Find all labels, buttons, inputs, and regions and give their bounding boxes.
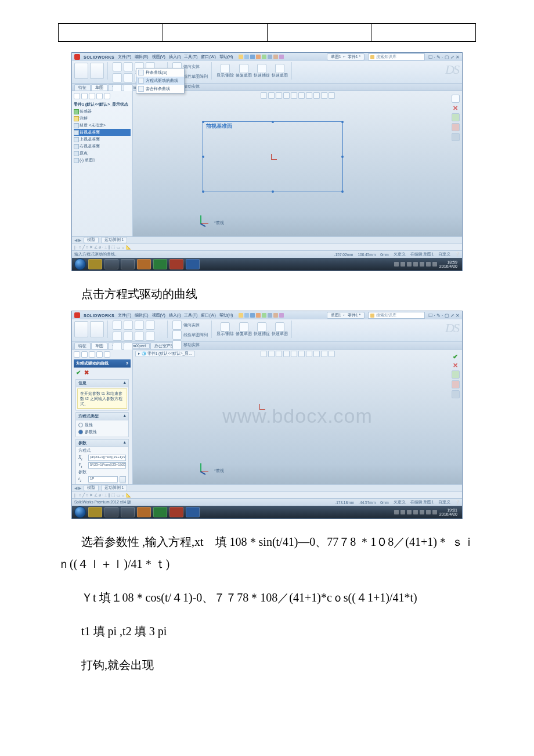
menu-edit[interactable]: 编辑(E)	[135, 312, 148, 318]
taskbar-app-icon[interactable]	[88, 259, 102, 269]
menu-bar[interactable]: 文件(F) 编辑(E) 视图(V) 插入(I) 工具(T) 窗口(W) 帮助(H…	[118, 312, 233, 318]
display-style-icon[interactable]	[298, 92, 305, 99]
quick-sketch-icon[interactable]	[275, 322, 284, 332]
save-icon[interactable]	[250, 55, 255, 59]
menu-window[interactable]: 窗口(W)	[201, 312, 215, 318]
document-tab[interactable]: 草图1 ← 零件1 *	[327, 53, 365, 60]
tab-motion-study[interactable]: 运动算例 1	[101, 485, 127, 491]
spinner-icon[interactable]	[120, 484, 126, 484]
collapse-icon[interactable]: ▴	[124, 440, 126, 446]
window-controls[interactable]: ☐ · ✎ · ▢ ⤢ ✕	[428, 313, 460, 318]
tab-model[interactable]: 模型	[84, 485, 99, 491]
exit-sketch-icon[interactable]: ✕	[452, 105, 459, 111]
dimxpert-mgr-icon[interactable]	[96, 351, 103, 358]
taskbar-word-icon[interactable]	[186, 507, 200, 517]
system-tray[interactable]	[394, 510, 437, 514]
redo-icon[interactable]	[268, 55, 272, 59]
redo-icon[interactable]	[268, 313, 272, 318]
pm-help-button[interactable]: ?	[126, 362, 128, 366]
handle-icon[interactable]	[272, 121, 274, 123]
menu-insert[interactable]: 插入(I)	[169, 312, 181, 318]
handle-icon[interactable]	[341, 121, 344, 123]
tree-item-annotations[interactable]: 注解	[74, 115, 131, 122]
appearance-icon[interactable]	[452, 370, 460, 379]
tree-item-origin[interactable]: 原点	[74, 150, 131, 157]
scene-icon[interactable]	[452, 380, 460, 388]
property-mgr-icon[interactable]	[81, 351, 88, 358]
collapse-icon[interactable]: ▴	[124, 413, 126, 419]
taskbar-app-icon[interactable]	[153, 507, 167, 517]
menu-file[interactable]: 文件(F)	[118, 312, 131, 318]
taskbar-app-icon[interactable]	[121, 259, 135, 269]
move-entities-icon[interactable]	[172, 340, 182, 350]
tray-icon[interactable]	[420, 510, 424, 514]
view-orient-icon[interactable]	[291, 92, 297, 99]
heads-up-toolbar[interactable]	[261, 351, 335, 357]
arc-tool-icon[interactable]	[135, 321, 144, 330]
tree-item-material[interactable]: 材质 <未指定>	[74, 122, 131, 129]
tree-item-front-plane[interactable]: 前视基准面	[74, 129, 131, 136]
start-button-icon[interactable]	[74, 258, 86, 270]
sketch-confirm-icon[interactable]	[452, 95, 460, 103]
help-icon[interactable]: ❔	[455, 500, 460, 505]
tree-item-right-plane[interactable]: 右视基准面	[74, 143, 131, 150]
menu-tools[interactable]: 工具(T)	[184, 312, 197, 318]
options-icon[interactable]	[279, 313, 284, 318]
handle-icon[interactable]	[341, 156, 344, 158]
menu-bar[interactable]: 文件(F) 编辑(E) 视图(V) 插入(I) 工具(T) 窗口(W) 帮助(H…	[118, 54, 233, 60]
view-orient-icon[interactable]	[291, 351, 297, 357]
tray-icon[interactable]	[413, 262, 418, 267]
menu-view[interactable]: 视图(V)	[152, 54, 165, 60]
t2-input[interactable]: 3P	[88, 484, 118, 484]
fit-spline-item[interactable]: 套合样条曲线	[136, 85, 184, 93]
open-icon[interactable]	[244, 313, 249, 318]
menu-insert[interactable]: 插入(I)	[169, 54, 181, 60]
tray-icon[interactable]	[426, 510, 431, 514]
polygon-tool-icon[interactable]	[146, 332, 155, 341]
tray-icon[interactable]	[394, 510, 399, 514]
open-icon[interactable]	[244, 55, 249, 59]
rect-tool-icon[interactable]	[146, 321, 155, 330]
quick-snap-icon[interactable]	[257, 64, 266, 73]
display-delete-icon[interactable]	[221, 322, 230, 332]
zoom-area-icon[interactable]	[268, 92, 275, 99]
taskbar-app-icon[interactable]	[104, 259, 118, 269]
smart-dim-button[interactable]	[90, 63, 104, 79]
custom-label[interactable]: 自定义	[438, 500, 450, 505]
quick-snap-icon[interactable]	[257, 322, 266, 332]
prev-view-icon[interactable]	[276, 351, 282, 357]
graphics-area[interactable]: 前视基准面 *前视 ✕	[133, 91, 462, 236]
new-icon[interactable]	[239, 55, 243, 59]
line-tool-icon[interactable]	[113, 62, 122, 71]
config-mgr-icon[interactable]	[89, 93, 95, 99]
tree-item-top-plane[interactable]: 上视基准面	[74, 136, 131, 143]
xt-input[interactable]: (4/(23+1))*sin((23+1)/23*t)	[88, 455, 126, 461]
collapse-icon[interactable]: ▴	[124, 380, 126, 386]
spline-tool-icon[interactable]	[113, 73, 122, 82]
menu-tools[interactable]: 工具(T)	[184, 54, 197, 60]
circle-tool-icon[interactable]	[124, 62, 133, 71]
quick-access-toolbar[interactable]	[239, 55, 284, 59]
config-mgr-icon[interactable]	[89, 351, 95, 358]
taskbar-app-icon[interactable]	[104, 507, 118, 517]
tray-icon[interactable]	[407, 262, 412, 267]
taskbar-word-icon[interactable]	[186, 259, 200, 269]
search-input[interactable]: 搜索知识库	[368, 53, 425, 60]
display-style-icon[interactable]	[298, 351, 305, 357]
edit-appearance-icon[interactable]	[313, 92, 320, 99]
quick-access-toolbar[interactable]	[239, 313, 284, 318]
circle-tool-icon[interactable]	[124, 321, 133, 330]
taskbar-app-icon[interactable]	[137, 507, 151, 517]
repair-sketch-icon[interactable]	[239, 64, 248, 73]
view-setting-icon[interactable]	[329, 92, 335, 99]
rebuild-icon[interactable]	[273, 313, 278, 318]
tab-model[interactable]: 模型	[84, 237, 99, 243]
rebuild-icon[interactable]	[273, 55, 278, 59]
custom-label[interactable]: 自定义	[438, 252, 450, 257]
tree-tab-icons[interactable]	[74, 93, 131, 99]
handle-icon[interactable]	[202, 156, 204, 158]
t1-input[interactable]: 1P	[88, 476, 118, 483]
appearance-icon[interactable]	[452, 113, 460, 121]
taskbar-app-icon[interactable]	[153, 259, 167, 269]
taskbar-app-icon[interactable]	[137, 259, 151, 269]
